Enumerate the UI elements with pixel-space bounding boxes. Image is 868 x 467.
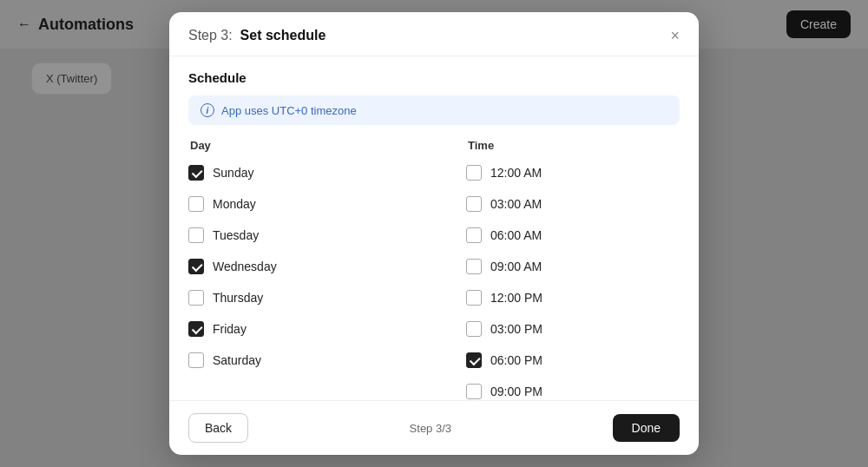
step-indicator: Step 3/3	[410, 422, 451, 435]
times-column: 12:00 AM03:00 AM06:00 AM09:00 AM12:00 PM…	[466, 157, 680, 400]
modal-body: Schedule i App uses UTC+0 timezone Day T…	[169, 56, 699, 400]
checkbox-sunday[interactable]	[188, 165, 204, 181]
step-label: Step 3:	[188, 28, 233, 43]
time-label-t_9pm: 09:00 PM	[490, 385, 542, 398]
day-label-monday: Monday	[213, 197, 256, 211]
set-schedule-modal: Step 3: Set schedule × Schedule i App us…	[169, 12, 699, 455]
time-label-t_3pm: 03:00 PM	[490, 322, 542, 336]
time-row-t_12pm: 12:00 PM	[466, 282, 680, 313]
day-label-saturday: Saturday	[213, 353, 261, 367]
day-row-tuesday: Tuesday	[188, 220, 466, 251]
time-label-t_6pm: 06:00 PM	[490, 353, 542, 367]
days-column: SundayMondayTuesdayWednesdayThursdayFrid…	[188, 157, 466, 400]
time-row-t_3am: 03:00 AM	[466, 188, 680, 220]
time-row-t_6am: 06:00 AM	[466, 220, 680, 251]
checkbox-friday[interactable]	[188, 321, 204, 337]
day-label-wednesday: Wednesday	[213, 260, 277, 273]
day-row-saturday: Saturday	[188, 345, 466, 376]
time-label-t_9am: 09:00 AM	[490, 260, 542, 273]
checkbox-t_9am[interactable]	[466, 259, 482, 274]
checkbox-t_9pm[interactable]	[466, 384, 482, 399]
checkbox-tuesday[interactable]	[188, 227, 204, 243]
checkbox-t_3pm[interactable]	[466, 321, 482, 337]
modal-footer: Back Step 3/3 Done	[169, 400, 699, 455]
checkbox-saturday[interactable]	[188, 352, 204, 368]
checkbox-t_12am[interactable]	[466, 165, 482, 181]
checkbox-t_6am[interactable]	[466, 227, 482, 243]
schedule-rows: SundayMondayTuesdayWednesdayThursdayFrid…	[188, 157, 680, 400]
checkbox-t_12pm[interactable]	[466, 290, 482, 306]
day-row-friday: Friday	[188, 313, 466, 345]
checkbox-t_3am[interactable]	[466, 196, 482, 212]
checkbox-thursday[interactable]	[188, 290, 204, 306]
checkbox-wednesday[interactable]	[188, 259, 204, 274]
day-row-sunday: Sunday	[188, 157, 466, 188]
time-label-t_3am: 03:00 AM	[490, 197, 542, 211]
day-label-friday: Friday	[213, 322, 247, 336]
time-row-t_6pm: 06:00 PM	[466, 345, 680, 376]
done-button[interactable]: Done	[613, 414, 680, 442]
time-label-t_12am: 12:00 AM	[490, 166, 542, 180]
back-button[interactable]: Back	[188, 413, 248, 443]
day-label-sunday: Sunday	[213, 166, 253, 180]
checkbox-t_6pm[interactable]	[466, 352, 482, 368]
time-label-t_6am: 06:00 AM	[490, 228, 542, 242]
modal-overlay: Step 3: Set schedule × Schedule i App us…	[0, 0, 868, 467]
modal-header: Step 3: Set schedule ×	[169, 12, 699, 56]
time-column-header: Time	[468, 139, 494, 152]
checkbox-monday[interactable]	[188, 196, 204, 212]
timezone-notice: i App uses UTC+0 timezone	[188, 95, 680, 125]
modal-title: Step 3: Set schedule	[188, 28, 326, 43]
columns-header: Day Time	[188, 139, 680, 152]
day-label-tuesday: Tuesday	[213, 228, 259, 242]
day-row-wednesday: Wednesday	[188, 251, 466, 282]
day-row-thursday: Thursday	[188, 282, 466, 313]
time-row-t_3pm: 03:00 PM	[466, 313, 680, 345]
day-row-monday: Monday	[188, 188, 466, 220]
info-icon: i	[201, 103, 214, 117]
time-row-t_9am: 09:00 AM	[466, 251, 680, 282]
time-row-t_9pm: 09:00 PM	[466, 376, 680, 400]
time-row-t_12am: 12:00 AM	[466, 157, 680, 188]
close-button[interactable]: ×	[670, 28, 680, 43]
day-label-thursday: Thursday	[213, 291, 263, 305]
day-column-header: Day	[190, 139, 468, 152]
schedule-label: Schedule	[188, 70, 680, 85]
time-label-t_12pm: 12:00 PM	[490, 291, 542, 305]
